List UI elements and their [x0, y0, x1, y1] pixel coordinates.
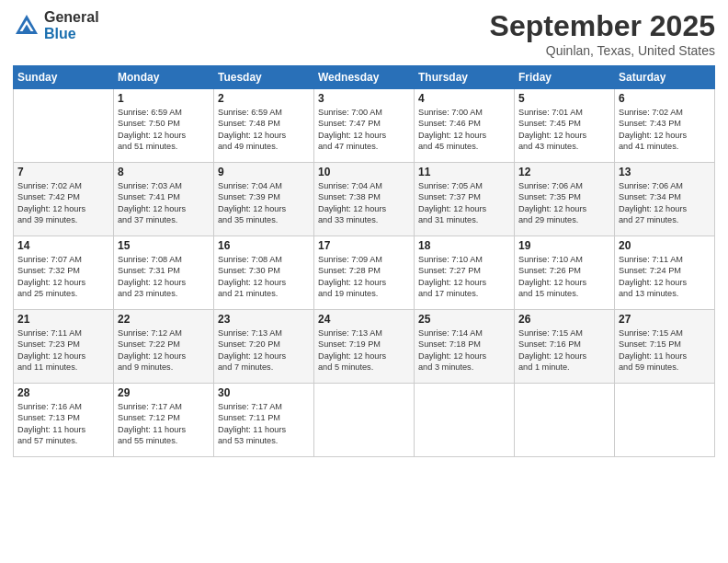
- header: General Blue September 2025 Quinlan, Tex…: [13, 9, 715, 58]
- calendar-cell: 16Sunrise: 7:08 AM Sunset: 7:30 PM Dayli…: [214, 236, 314, 310]
- calendar-cell: 4Sunrise: 7:00 AM Sunset: 7:46 PM Daylig…: [415, 89, 515, 163]
- day-info: Sunrise: 7:11 AM Sunset: 7:24 PM Dayligh…: [619, 254, 711, 300]
- day-number: 14: [17, 239, 109, 252]
- day-number: 6: [619, 92, 711, 105]
- day-info: Sunrise: 7:04 AM Sunset: 7:38 PM Dayligh…: [318, 180, 410, 226]
- day-number: 8: [118, 166, 210, 178]
- calendar-cell: 18Sunrise: 7:10 AM Sunset: 7:27 PM Dayli…: [415, 236, 515, 310]
- week-row-4: 21Sunrise: 7:11 AM Sunset: 7:23 PM Dayli…: [14, 310, 715, 384]
- weekday-header-saturday: Saturday: [615, 66, 715, 89]
- day-number: 28: [17, 386, 109, 399]
- weekday-header-monday: Monday: [114, 66, 214, 89]
- day-info: Sunrise: 7:17 AM Sunset: 7:11 PM Dayligh…: [218, 401, 310, 447]
- calendar-cell: 2Sunrise: 6:59 AM Sunset: 7:48 PM Daylig…: [214, 89, 314, 163]
- day-info: Sunrise: 7:06 AM Sunset: 7:34 PM Dayligh…: [619, 180, 711, 226]
- weekday-header-tuesday: Tuesday: [214, 66, 314, 89]
- day-info: Sunrise: 7:08 AM Sunset: 7:31 PM Dayligh…: [118, 254, 210, 300]
- calendar-cell: 26Sunrise: 7:15 AM Sunset: 7:16 PM Dayli…: [515, 310, 615, 384]
- day-number: 17: [318, 239, 410, 252]
- calendar-cell: 12Sunrise: 7:06 AM Sunset: 7:35 PM Dayli…: [515, 163, 615, 236]
- day-number: 2: [218, 92, 310, 105]
- day-number: 3: [318, 92, 410, 105]
- day-number: 9: [218, 166, 310, 178]
- weekday-header-wednesday: Wednesday: [314, 66, 415, 89]
- day-number: 16: [218, 239, 310, 252]
- day-info: Sunrise: 7:15 AM Sunset: 7:15 PM Dayligh…: [619, 327, 711, 373]
- day-info: Sunrise: 7:08 AM Sunset: 7:30 PM Dayligh…: [218, 254, 310, 300]
- day-info: Sunrise: 7:10 AM Sunset: 7:27 PM Dayligh…: [418, 254, 510, 300]
- day-number: 11: [418, 166, 510, 178]
- logo-blue: Blue: [44, 26, 99, 42]
- week-row-1: 1Sunrise: 6:59 AM Sunset: 7:50 PM Daylig…: [14, 89, 715, 163]
- day-number: 21: [17, 313, 109, 326]
- day-number: 12: [518, 166, 610, 178]
- day-number: 1: [118, 92, 210, 105]
- day-number: 7: [17, 166, 109, 178]
- calendar-cell: 5Sunrise: 7:01 AM Sunset: 7:45 PM Daylig…: [515, 89, 615, 163]
- calendar-cell: 17Sunrise: 7:09 AM Sunset: 7:28 PM Dayli…: [314, 236, 415, 310]
- calendar-cell: 8Sunrise: 7:03 AM Sunset: 7:41 PM Daylig…: [114, 163, 214, 236]
- calendar-cell: [615, 384, 715, 457]
- day-number: 30: [218, 386, 310, 399]
- calendar-cell: 29Sunrise: 7:17 AM Sunset: 7:12 PM Dayli…: [114, 384, 214, 457]
- day-number: 4: [418, 92, 510, 105]
- day-info: Sunrise: 7:10 AM Sunset: 7:26 PM Dayligh…: [518, 254, 610, 300]
- calendar-cell: 10Sunrise: 7:04 AM Sunset: 7:38 PM Dayli…: [314, 163, 415, 236]
- day-info: Sunrise: 7:00 AM Sunset: 7:46 PM Dayligh…: [418, 107, 510, 153]
- day-info: Sunrise: 7:13 AM Sunset: 7:20 PM Dayligh…: [218, 327, 310, 373]
- calendar-cell: 28Sunrise: 7:16 AM Sunset: 7:13 PM Dayli…: [14, 384, 114, 457]
- calendar-cell: 19Sunrise: 7:10 AM Sunset: 7:26 PM Dayli…: [515, 236, 615, 310]
- day-info: Sunrise: 6:59 AM Sunset: 7:50 PM Dayligh…: [118, 107, 210, 153]
- day-info: Sunrise: 7:17 AM Sunset: 7:12 PM Dayligh…: [118, 401, 210, 447]
- weekday-header-thursday: Thursday: [415, 66, 515, 89]
- day-info: Sunrise: 7:12 AM Sunset: 7:22 PM Dayligh…: [118, 327, 210, 373]
- calendar-cell: 3Sunrise: 7:00 AM Sunset: 7:47 PM Daylig…: [314, 89, 415, 163]
- week-row-5: 28Sunrise: 7:16 AM Sunset: 7:13 PM Dayli…: [14, 384, 715, 457]
- day-info: Sunrise: 7:16 AM Sunset: 7:13 PM Dayligh…: [17, 401, 109, 447]
- calendar-cell: 23Sunrise: 7:13 AM Sunset: 7:20 PM Dayli…: [214, 310, 314, 384]
- calendar-cell: 15Sunrise: 7:08 AM Sunset: 7:31 PM Dayli…: [114, 236, 214, 310]
- day-number: 10: [318, 166, 410, 178]
- weekday-header-friday: Friday: [515, 66, 615, 89]
- day-info: Sunrise: 7:15 AM Sunset: 7:16 PM Dayligh…: [518, 327, 610, 373]
- weekday-header-row: SundayMondayTuesdayWednesdayThursdayFrid…: [14, 66, 715, 89]
- calendar-cell: 13Sunrise: 7:06 AM Sunset: 7:34 PM Dayli…: [615, 163, 715, 236]
- calendar-cell: [14, 89, 114, 163]
- calendar-cell: 21Sunrise: 7:11 AM Sunset: 7:23 PM Dayli…: [14, 310, 114, 384]
- week-row-2: 7Sunrise: 7:02 AM Sunset: 7:42 PM Daylig…: [14, 163, 715, 236]
- day-info: Sunrise: 7:09 AM Sunset: 7:28 PM Dayligh…: [318, 254, 410, 300]
- calendar-cell: 27Sunrise: 7:15 AM Sunset: 7:15 PM Dayli…: [615, 310, 715, 384]
- calendar-cell: 7Sunrise: 7:02 AM Sunset: 7:42 PM Daylig…: [14, 163, 114, 236]
- page-container: General Blue September 2025 Quinlan, Tex…: [0, 0, 728, 466]
- day-number: 25: [418, 313, 510, 326]
- calendar-cell: 1Sunrise: 6:59 AM Sunset: 7:50 PM Daylig…: [114, 89, 214, 163]
- calendar-cell: 9Sunrise: 7:04 AM Sunset: 7:39 PM Daylig…: [214, 163, 314, 236]
- day-info: Sunrise: 7:03 AM Sunset: 7:41 PM Dayligh…: [118, 180, 210, 226]
- logo: General Blue: [13, 9, 99, 41]
- day-info: Sunrise: 7:06 AM Sunset: 7:35 PM Dayligh…: [518, 180, 610, 226]
- day-number: 19: [518, 239, 610, 252]
- day-number: 15: [118, 239, 210, 252]
- day-info: Sunrise: 7:02 AM Sunset: 7:42 PM Dayligh…: [17, 180, 109, 226]
- day-info: Sunrise: 7:02 AM Sunset: 7:43 PM Dayligh…: [619, 107, 711, 153]
- calendar-cell: 22Sunrise: 7:12 AM Sunset: 7:22 PM Dayli…: [114, 310, 214, 384]
- day-number: 13: [619, 166, 711, 178]
- location: Quinlan, Texas, United States: [490, 43, 715, 58]
- month-title: September 2025: [490, 9, 715, 43]
- title-block: September 2025 Quinlan, Texas, United St…: [490, 9, 715, 58]
- day-number: 29: [118, 386, 210, 399]
- day-info: Sunrise: 7:07 AM Sunset: 7:32 PM Dayligh…: [17, 254, 109, 300]
- day-info: Sunrise: 7:11 AM Sunset: 7:23 PM Dayligh…: [17, 327, 109, 373]
- calendar-cell: 11Sunrise: 7:05 AM Sunset: 7:37 PM Dayli…: [415, 163, 515, 236]
- logo-icon: [13, 12, 40, 40]
- day-info: Sunrise: 7:13 AM Sunset: 7:19 PM Dayligh…: [318, 327, 410, 373]
- weekday-header-sunday: Sunday: [14, 66, 114, 89]
- calendar-cell: 24Sunrise: 7:13 AM Sunset: 7:19 PM Dayli…: [314, 310, 415, 384]
- logo-general: General: [44, 9, 99, 26]
- day-info: Sunrise: 7:05 AM Sunset: 7:37 PM Dayligh…: [418, 180, 510, 226]
- calendar-table: SundayMondayTuesdayWednesdayThursdayFrid…: [13, 65, 715, 457]
- day-info: Sunrise: 7:01 AM Sunset: 7:45 PM Dayligh…: [518, 107, 610, 153]
- calendar-cell: [314, 384, 415, 457]
- calendar-cell: 20Sunrise: 7:11 AM Sunset: 7:24 PM Dayli…: [615, 236, 715, 310]
- day-number: 27: [619, 313, 711, 326]
